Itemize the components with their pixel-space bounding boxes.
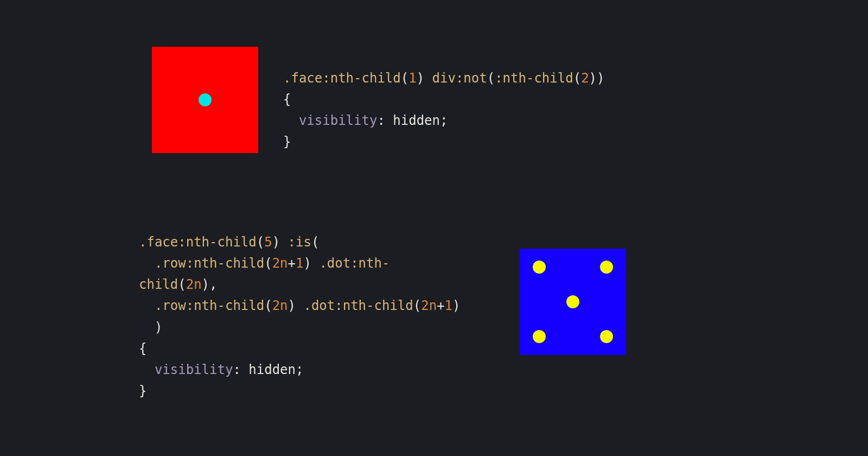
code-token: ( <box>178 277 186 292</box>
code-token: ( <box>413 298 421 313</box>
code-block-1: .face:nth-child(1) div:not(:nth-child(2)… <box>283 47 604 174</box>
code-token <box>139 256 155 271</box>
dice-row <box>533 295 613 308</box>
code-token: .dot:nth-child <box>303 298 413 313</box>
code-token: .dot:nth- <box>319 256 390 271</box>
code-token <box>139 298 155 313</box>
code-token: ) <box>272 235 288 250</box>
code-token: ) <box>417 71 432 86</box>
code-token: 1 <box>445 298 452 313</box>
code-token: 2 <box>581 71 589 86</box>
example-1: .face:nth-child(1) div:not(:nth-child(2)… <box>152 47 604 174</box>
code-token: ( <box>257 235 264 250</box>
code-token: ( <box>487 71 495 86</box>
code-token: + <box>437 298 444 313</box>
code-token <box>139 362 155 377</box>
dice-dot <box>199 93 212 106</box>
code-token: : hidden; <box>377 113 448 128</box>
dice-face-5 <box>520 249 626 355</box>
code-block-2: .face:nth-child(5) :is( .row:nth-child(2… <box>139 211 460 423</box>
code-token: } <box>139 383 146 398</box>
code-token: visibility <box>155 362 233 377</box>
code-token: { <box>139 341 146 356</box>
code-token: ( <box>311 235 319 250</box>
code-token: 2n <box>272 298 288 313</box>
code-token: ( <box>264 298 272 313</box>
code-token: ) <box>303 256 319 271</box>
code-token: .row:nth-child <box>155 256 264 271</box>
dice-dot <box>600 261 613 274</box>
dice-row <box>533 261 613 274</box>
dice-dot <box>533 330 546 343</box>
code-token: 2n <box>421 298 437 313</box>
code-token: ) <box>452 298 460 313</box>
code-token: : hidden; <box>233 362 303 377</box>
code-token: ) <box>139 320 162 335</box>
code-token: ( <box>573 71 581 86</box>
code-token: ), <box>202 277 218 292</box>
code-token: div:not <box>432 71 487 86</box>
code-token: visibility <box>299 113 378 128</box>
code-token: .face:nth-child <box>139 235 257 250</box>
dice-dot <box>600 330 613 343</box>
code-token: 1 <box>409 71 416 86</box>
code-token: child <box>139 277 178 292</box>
code-token: .row:nth-child <box>155 298 264 313</box>
code-token: :nth-child <box>495 71 573 86</box>
code-token: :is <box>288 235 311 250</box>
dice-dot <box>566 295 579 308</box>
dice-row <box>533 330 613 343</box>
code-token: )) <box>589 71 605 86</box>
code-token: .face:nth-child <box>283 71 401 86</box>
code-token: } <box>283 134 291 149</box>
code-token: ( <box>401 71 409 86</box>
code-token <box>283 113 299 128</box>
code-token: 2n <box>186 277 202 292</box>
code-token: ) <box>288 298 304 313</box>
code-token: 2n <box>272 256 288 271</box>
code-token: 5 <box>264 235 272 250</box>
code-token: + <box>288 256 296 271</box>
code-token: 1 <box>296 256 303 271</box>
example-2: .face:nth-child(5) :is( .row:nth-child(2… <box>139 211 626 423</box>
dice-face-1 <box>152 47 258 153</box>
code-token: ( <box>264 256 272 271</box>
code-token: { <box>283 92 291 107</box>
dice-dot <box>533 261 546 274</box>
